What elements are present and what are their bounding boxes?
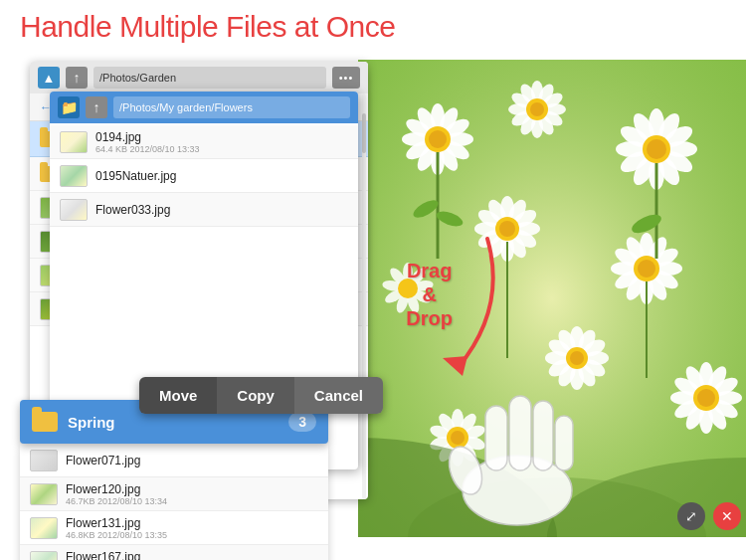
flower167-info: Flower167.jpg 51.4KB 2012/08/10 13:35 xyxy=(66,550,167,561)
flower033-thumb xyxy=(60,199,88,221)
more-button[interactable]: ••• xyxy=(332,67,360,89)
flower120-name: Flower120.jpg xyxy=(66,482,167,496)
cloud-icon[interactable]: ▲ xyxy=(38,67,60,89)
file-0194-meta: 64.4 KB 2012/08/10 13:33 xyxy=(95,144,200,154)
file-flower167[interactable]: Flower167.jpg 51.4KB 2012/08/10 13:35 xyxy=(20,545,328,560)
file-flower131[interactable]: Flower131.jpg 46.8KB 2012/08/10 13:35 xyxy=(20,511,328,545)
file-0195-info: 0195Natuer.jpg xyxy=(95,169,176,183)
spring-badge: 3 xyxy=(288,412,316,432)
panel1-topbar: ▲ ↑ /Photos/Garden ••• xyxy=(30,62,368,93)
svg-rect-137 xyxy=(533,401,553,470)
svg-point-29 xyxy=(530,102,544,116)
file-0194-info: 0194.jpg 64.4 KB 2012/08/10 13:33 xyxy=(95,130,200,154)
svg-point-71 xyxy=(638,260,655,278)
file-0195-name: 0195Natuer.jpg xyxy=(95,169,176,183)
flower120-info: Flower120.jpg 46.7KB 2012/08/10 13:34 xyxy=(66,482,167,506)
flower033-info: Flower033.jpg xyxy=(95,203,170,217)
drop-text: Drop xyxy=(406,307,453,329)
cancel-button[interactable]: Cancel xyxy=(294,377,383,414)
panel2-up-icon[interactable]: ↑ xyxy=(86,96,107,118)
file-flower120[interactable]: Flower120.jpg 46.7KB 2012/08/10 13:34 xyxy=(20,477,328,511)
flower131-thumb xyxy=(30,517,58,539)
and-text: & xyxy=(422,283,436,305)
panel2-topbar: 📁 ↑ /Photos/My garden/Flowers xyxy=(50,92,358,123)
spring-folder-icon xyxy=(32,412,58,432)
scrollbar-thumb[interactable] xyxy=(362,113,366,153)
svg-marker-132 xyxy=(443,356,467,376)
svg-point-43 xyxy=(647,139,666,159)
close-button[interactable]: ✕ xyxy=(713,502,741,530)
drag-text: Drag xyxy=(407,260,453,281)
move-button[interactable]: Move xyxy=(139,377,217,414)
file-0194[interactable]: 0194.jpg 64.4 KB 2012/08/10 13:33 xyxy=(50,125,358,159)
flower071-name: Flower071.jpg xyxy=(66,454,140,467)
flower131-info: Flower131.jpg 46.8KB 2012/08/10 13:35 xyxy=(66,516,167,540)
svg-rect-135 xyxy=(485,406,507,470)
flower071-thumb xyxy=(30,450,58,471)
action-buttons-group: Move Copy Cancel xyxy=(139,377,383,414)
file-0195-thumb xyxy=(60,165,88,187)
svg-point-15 xyxy=(429,130,447,148)
flower071-info: Flower071.jpg xyxy=(66,454,140,467)
expand-button[interactable]: ⤢ xyxy=(677,502,705,530)
flower131-name: Flower131.jpg xyxy=(66,516,167,530)
svg-rect-136 xyxy=(509,396,531,470)
file-0194-name: 0194.jpg xyxy=(95,130,200,144)
svg-point-109 xyxy=(697,389,715,407)
flower167-thumb xyxy=(30,551,58,561)
bottom-toolbar: ⤢ ✕ xyxy=(677,502,741,530)
path-bar-2: /Photos/My garden/Flowers xyxy=(113,96,350,118)
up-arrow-icon[interactable]: ↑ xyxy=(66,67,88,89)
spring-files-panel: Flower071.jpg Flower120.jpg 46.7KB 2012/… xyxy=(20,444,328,560)
file-flower033[interactable]: Flower033.jpg xyxy=(50,193,358,227)
flower033-name: Flower033.jpg xyxy=(95,203,170,217)
spring-label: Spring xyxy=(68,414,115,431)
flower120-meta: 46.7KB 2012/08/10 13:34 xyxy=(66,496,167,506)
file-0195[interactable]: 0195Natuer.jpg xyxy=(50,159,358,193)
path-bar-1: /Photos/Garden xyxy=(93,67,326,89)
flower167-name: Flower167.jpg xyxy=(66,550,167,561)
folder-blue-icon[interactable]: 📁 xyxy=(58,96,80,118)
flower120-thumb xyxy=(30,483,58,505)
drag-drop-label: Drag & Drop xyxy=(406,259,453,330)
flower131-meta: 46.8KB 2012/08/10 13:35 xyxy=(66,530,167,540)
file-0194-thumb xyxy=(60,131,88,153)
copy-button[interactable]: Copy xyxy=(217,377,294,414)
scrollbar-track[interactable] xyxy=(362,93,366,499)
svg-rect-138 xyxy=(555,416,573,470)
panel2-files: 0194.jpg 64.4 KB 2012/08/10 13:33 0195Na… xyxy=(50,123,358,227)
file-flower071[interactable]: Flower071.jpg xyxy=(20,444,328,477)
page-title: Handle Multiple Files at Once xyxy=(20,10,395,44)
